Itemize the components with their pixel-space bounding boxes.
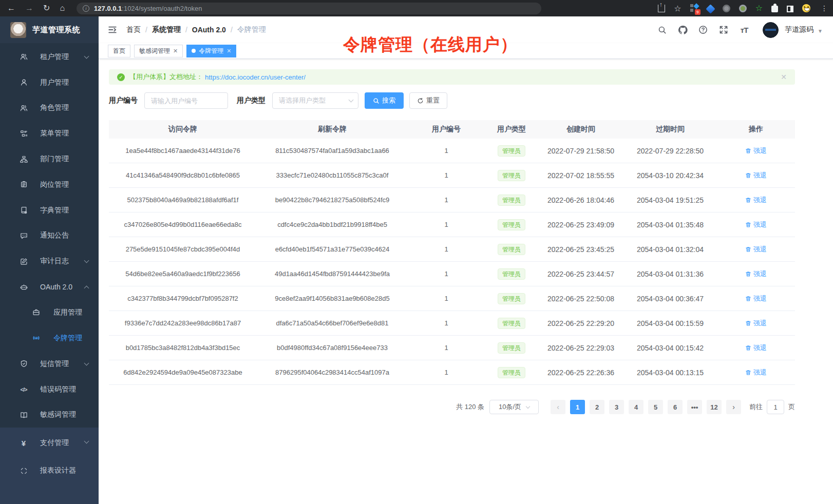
access-token-cell: f9336e7c7dd242a283ee98dc86b17a87 xyxy=(109,319,257,327)
total-count: 共 120 条 xyxy=(456,402,484,412)
force-logout-button[interactable]: 强退 xyxy=(745,294,767,303)
breadcrumb-item[interactable]: 系统管理 xyxy=(152,25,181,34)
sidebar-collapse-icon[interactable] xyxy=(108,25,117,34)
share-icon[interactable] xyxy=(658,5,665,12)
site-info-icon[interactable]: i xyxy=(83,5,89,12)
next-page-button[interactable]: › xyxy=(726,400,741,414)
tab-token[interactable]: 令牌管理✕ xyxy=(186,45,236,57)
force-logout-button[interactable]: 强退 xyxy=(745,245,767,254)
profile-emoji-icon[interactable] xyxy=(802,4,810,12)
app-title: 芋道管理系统 xyxy=(32,25,80,35)
browser-forward-icon[interactable]: → xyxy=(25,4,33,12)
tab-close-icon[interactable]: ✕ xyxy=(173,48,178,54)
user-type-select[interactable]: 请选择用户类型 xyxy=(272,92,358,109)
page-button-4[interactable]: 4 xyxy=(629,400,643,414)
sidebar-item-audit-log[interactable]: 审计日志 xyxy=(0,248,99,274)
sidebar-item-oauth[interactable]: OAuth 2.0 xyxy=(0,274,99,300)
browser-home-icon[interactable]: ⌂ xyxy=(60,4,65,12)
user-type-badge: 管理员 xyxy=(498,367,525,378)
sidebar-item-menu[interactable]: 菜单管理 xyxy=(0,121,99,146)
error-code-icon: </> xyxy=(20,385,28,394)
force-logout-button[interactable]: 强退 xyxy=(745,220,767,229)
prev-page-button[interactable]: ‹ xyxy=(551,400,565,414)
fullscreen-icon[interactable] xyxy=(718,25,729,35)
sidebar-item-oauth-token[interactable]: 令牌管理 xyxy=(0,325,99,351)
user-caret-icon[interactable]: ▼ xyxy=(818,28,823,34)
goto-page-input[interactable] xyxy=(767,400,784,414)
force-logout-label: 强退 xyxy=(753,269,767,279)
force-logout-button[interactable]: 强退 xyxy=(745,146,767,156)
sidebar-item-label: 部门管理 xyxy=(40,154,69,164)
action-cell: 强退 xyxy=(717,146,795,156)
sidebar-item-role[interactable]: 角色管理 xyxy=(0,95,99,121)
token-table-body: 1ea5e44f8bc1467aaede43144f31de76811c5304… xyxy=(109,139,795,385)
page-button-12[interactable]: 12 xyxy=(707,400,722,414)
sidebar-item-payment[interactable]: ¥支付管理 xyxy=(0,429,99,457)
page-button-6[interactable]: 6 xyxy=(668,400,683,414)
extension-grid-icon[interactable]: 9 xyxy=(690,4,698,12)
reset-button[interactable]: 重置 xyxy=(409,92,447,109)
force-logout-button[interactable]: 强退 xyxy=(745,319,767,328)
alert-close-icon[interactable]: ✕ xyxy=(781,73,787,81)
tab-home[interactable]: 首页 xyxy=(108,45,130,57)
breadcrumb-item[interactable]: OAuth 2.0 xyxy=(192,26,226,34)
sidebar-item-dict[interactable]: 字典管理 xyxy=(0,198,99,223)
tab-sensitive-word[interactable]: 敏感词管理✕ xyxy=(134,45,183,57)
sidebar-item-error-code[interactable]: </>错误码管理 xyxy=(0,377,99,402)
page-size-select[interactable]: 10条/页 xyxy=(489,400,539,414)
user-id-cell: 1 xyxy=(408,319,485,327)
token-table: 访问令牌刷新令牌用户编号用户类型创建时间过期时间操作 1ea5e44f8bc14… xyxy=(109,120,795,385)
bookmark-star-icon[interactable]: ☆ xyxy=(674,4,681,13)
search-icon[interactable] xyxy=(657,25,667,35)
sidebar-item-user[interactable]: 用户管理 xyxy=(0,70,99,95)
extensions-puzzle-icon[interactable] xyxy=(771,6,778,12)
sidebar-item-label: 令牌管理 xyxy=(53,334,82,343)
browser-back-icon[interactable]: ← xyxy=(7,4,15,12)
tab-close-icon[interactable]: ✕ xyxy=(226,48,231,54)
force-logout-button[interactable]: 强退 xyxy=(745,196,767,205)
user-id-input[interactable] xyxy=(144,92,228,109)
browser-menu-icon[interactable]: ⋮ xyxy=(821,4,828,12)
sidebar-item-oauth-app[interactable]: 应用管理 xyxy=(0,300,99,325)
github-icon[interactable] xyxy=(677,25,688,35)
page-button-2[interactable]: 2 xyxy=(590,400,604,414)
extension-green-dot-icon[interactable] xyxy=(739,5,747,12)
search-button[interactable]: 搜索 xyxy=(365,92,404,109)
sidebar-item-sms[interactable]: 短信管理 xyxy=(0,351,99,377)
sidebar-item-report-designer[interactable]: 报表设计器 xyxy=(0,457,99,484)
sidebar-item-tenant[interactable]: 租户管理 xyxy=(0,44,99,70)
user-avatar[interactable] xyxy=(763,22,779,38)
user-type-cell: 管理员 xyxy=(485,170,538,181)
force-logout-button[interactable]: 强退 xyxy=(745,269,767,279)
font-size-icon[interactable]: тT xyxy=(739,25,749,35)
page-button-1[interactable]: 1 xyxy=(570,400,585,414)
force-logout-label: 强退 xyxy=(753,294,767,303)
extension-star-icon[interactable]: ☆ xyxy=(755,4,763,12)
force-logout-button[interactable]: 强退 xyxy=(745,343,767,353)
browser-reload-icon[interactable]: ↻ xyxy=(43,4,50,12)
extension-circle-icon[interactable] xyxy=(723,5,730,12)
sidebar-item-post[interactable]: 岗位管理 xyxy=(0,172,99,198)
sidebar-item-dept[interactable]: 部门管理 xyxy=(0,146,99,172)
force-logout-button[interactable]: 强退 xyxy=(745,171,767,180)
doc-alert-banner: ✓ 【用户体系】文档地址： https://doc.iocoder.cn/use… xyxy=(109,69,795,85)
user-icon xyxy=(20,79,28,87)
side-panel-icon[interactable] xyxy=(787,6,793,12)
username[interactable]: 芋道源码 xyxy=(785,25,813,34)
chevron-down-icon xyxy=(84,258,89,263)
sidebar-item-notice[interactable]: 通知公告 xyxy=(0,223,99,249)
address-bar[interactable]: i 127.0.0.1:1024/system/oauth2/token xyxy=(77,3,541,14)
force-logout-button[interactable]: 强退 xyxy=(745,368,767,377)
alert-doc-link[interactable]: https://doc.iocoder.cn/user-center/ xyxy=(205,73,306,81)
page-button-3[interactable]: 3 xyxy=(609,400,624,414)
page-button-5[interactable]: 5 xyxy=(648,400,663,414)
expires-at-cell: 2054-03-04 19:51:25 xyxy=(623,196,717,204)
breadcrumb-item[interactable]: 首页 xyxy=(126,25,141,34)
extension-gem-icon[interactable] xyxy=(706,4,715,13)
logo[interactable]: 芋道管理系统 xyxy=(0,16,99,43)
user-type-badge: 管理员 xyxy=(498,170,525,181)
help-icon[interactable] xyxy=(698,25,708,35)
page-ellipsis[interactable]: ••• xyxy=(687,400,702,414)
goto-label: 前往 xyxy=(749,402,763,412)
sidebar-item-sensitive-word[interactable]: 敏感词管理 xyxy=(0,402,99,428)
